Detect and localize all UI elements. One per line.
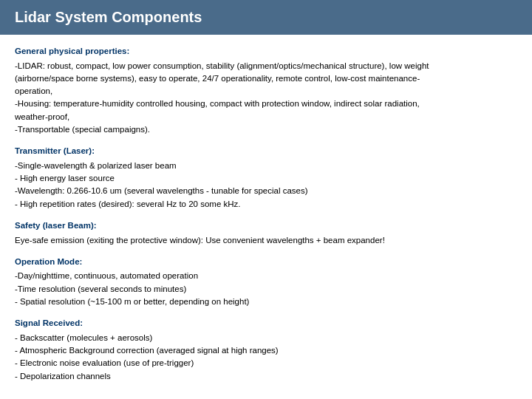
signal-line-1: - Backscatter (molecules + aerosols) [15, 333, 152, 342]
signal-line-3: - Electronic noise evaluation (use of pr… [15, 358, 194, 367]
main-content: General physical properties: -LIDAR: rob… [0, 45, 532, 383]
general-line-4: -Housing: temperature-humidity controlle… [15, 99, 420, 108]
section-title-signal: Signal Received: [15, 317, 517, 330]
section-signal-received: Signal Received: - Backscatter (molecule… [15, 317, 517, 383]
section-body-signal: - Backscatter (molecules + aerosols) - A… [15, 332, 517, 383]
transmitter-line-2: - High energy laser source [15, 174, 115, 183]
signal-line-2: - Atmospheric Background correction (ave… [15, 346, 279, 355]
general-line-6: -Transportable (special campaigns). [15, 125, 150, 134]
general-line-2: (airborne/space borne systems), easy to … [15, 74, 420, 83]
section-body-transmitter: -Single-wavelength & polarized laser bea… [15, 160, 517, 211]
section-body-safety: Eye-safe emission (exiting the protectiv… [15, 234, 517, 247]
operation-line-2: -Time resolution (several seconds to min… [15, 284, 186, 293]
page-header: Lidar System Components [0, 0, 532, 35]
operation-line-3: - Spatial resolution (~15-100 m or bette… [15, 297, 249, 306]
general-line-5: weather-proof, [15, 112, 69, 121]
transmitter-line-3: -Wavelength: 0.266-10.6 um (several wave… [15, 186, 308, 195]
page-title: Lidar System Components [15, 9, 202, 25]
section-body-general: -LIDAR: robust, compact, low power consu… [15, 60, 517, 137]
operation-line-1: -Day/nighttime, continuous, automated op… [15, 271, 198, 280]
section-general-physical: General physical properties: -LIDAR: rob… [15, 45, 517, 136]
section-title-safety: Safety (laser Beam): [15, 219, 517, 232]
signal-line-4: - Depolarization channels [15, 372, 111, 381]
section-title-general: General physical properties: [15, 45, 517, 58]
general-line-1: -LIDAR: robust, compact, low power consu… [15, 61, 429, 70]
section-title-operation: Operation Mode: [15, 256, 517, 268]
general-line-3: operation, [15, 86, 52, 95]
section-transmitter: Transmitter (Laser): -Single-wavelength … [15, 145, 517, 211]
section-body-operation: -Day/nighttime, continuous, automated op… [15, 270, 517, 308]
section-title-transmitter: Transmitter (Laser): [15, 145, 517, 157]
section-safety: Safety (laser Beam): Eye-safe emission (… [15, 219, 517, 247]
transmitter-line-1: -Single-wavelength & polarized laser bea… [15, 161, 177, 170]
safety-line-1: Eye-safe emission (exiting the protectiv… [15, 236, 385, 245]
section-operation-mode: Operation Mode: -Day/nighttime, continuo… [15, 256, 517, 308]
transmitter-line-4: - High repetition rates (desired): sever… [15, 200, 241, 208]
